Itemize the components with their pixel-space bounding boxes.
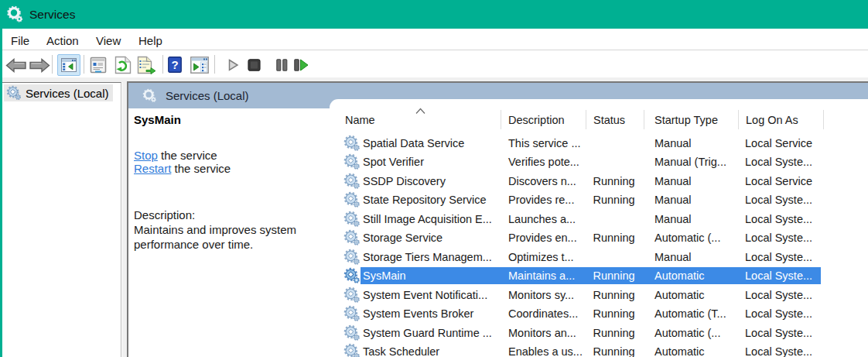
- svg-text:?: ?: [171, 58, 178, 71]
